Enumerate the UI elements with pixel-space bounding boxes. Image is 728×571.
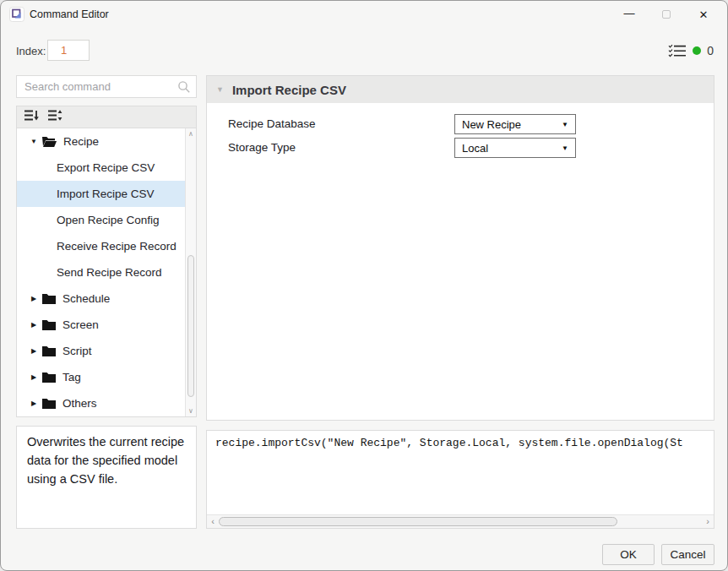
tree-item-label: Open Recipe Config <box>17 214 160 226</box>
tree-item-label: Script <box>62 345 92 357</box>
folder-icon <box>42 319 56 330</box>
chevron-expanded-icon[interactable]: ▼ <box>28 138 40 145</box>
form-row-recipe-database: Recipe DatabaseNew Recipe▼ <box>207 114 714 134</box>
tree-scrollbar-thumb[interactable] <box>187 255 194 397</box>
status-cluster: 0 <box>668 42 714 59</box>
detail-form: Recipe DatabaseNew Recipe▼Storage TypeLo… <box>207 103 714 420</box>
status-count: 0 <box>707 44 714 57</box>
tree-item-label: Send Recipe Record <box>17 266 162 279</box>
folder-open-icon <box>42 136 57 147</box>
collapse-all-icon[interactable] <box>24 109 40 125</box>
chevron-collapsed-icon[interactable]: ▶ <box>28 321 40 329</box>
chevron-collapsed-icon[interactable]: ▶ <box>28 347 40 355</box>
storage-type-value: Local <box>462 142 562 155</box>
recipe-database-value: New Recipe <box>462 118 562 131</box>
tree-item-recipe[interactable]: ▼Recipe <box>17 128 185 155</box>
chevron-collapsed-icon[interactable]: ▶ <box>28 400 40 407</box>
generated-code: recipe.importCsv("New Recipe", Storage.L… <box>215 437 714 449</box>
index-input[interactable] <box>47 40 90 61</box>
tree-item-label: Others <box>62 397 97 410</box>
command-detail-panel: ▼ Import Recipe CSV Recipe DatabaseNew R… <box>206 75 714 421</box>
command-tree-panel: ▼RecipeExport Recipe CSVImport Recipe CS… <box>16 106 197 417</box>
tree-item-label: Receive Recipe Record <box>17 240 177 253</box>
tree-item-import-recipe-csv[interactable]: Import Recipe CSV <box>17 181 185 207</box>
scroll-right-icon[interactable]: › <box>702 515 714 528</box>
window-controls: — ✕ <box>611 1 722 28</box>
tree-item-label: Screen <box>62 318 99 331</box>
folder-icon <box>42 293 56 304</box>
tree-item-others[interactable]: ▶Others <box>17 390 185 416</box>
code-horizontal-scrollbar[interactable]: ‹ › <box>207 514 714 528</box>
tree-item-tag[interactable]: ▶Tag <box>17 364 185 390</box>
folder-icon <box>42 398 56 409</box>
search-box <box>16 75 197 98</box>
close-icon: ✕ <box>699 8 709 21</box>
chevron-down-icon: ▼ <box>562 144 568 152</box>
recipe-database-label: Recipe Database <box>228 117 316 130</box>
command-editor-window: Command Editor — ✕ Index: 0 <box>0 0 728 571</box>
folder-icon <box>42 372 56 383</box>
tree-item-screen[interactable]: ▶Screen <box>17 312 185 338</box>
search-icon <box>177 80 191 97</box>
tree-item-schedule[interactable]: ▶Schedule <box>17 286 185 312</box>
form-row-storage-type: Storage TypeLocal▼ <box>207 138 714 158</box>
recipe-database-select[interactable]: New Recipe▼ <box>454 114 576 134</box>
expand-all-icon[interactable] <box>47 109 63 125</box>
detail-header[interactable]: ▼ Import Recipe CSV <box>207 76 714 103</box>
tree-item-label: Import Recipe CSV <box>17 188 155 200</box>
cancel-button[interactable]: Cancel <box>661 544 714 565</box>
minimize-icon: — <box>624 7 635 19</box>
scroll-up-icon[interactable]: ∧ <box>186 130 196 138</box>
scroll-left-icon[interactable]: ‹ <box>207 515 219 528</box>
window-title: Command Editor <box>30 1 109 28</box>
search-input[interactable] <box>17 76 196 97</box>
chevron-down-icon: ▼ <box>562 121 568 128</box>
scroll-down-icon[interactable]: ∨ <box>186 407 196 415</box>
index-label: Index: <box>16 45 46 57</box>
tree-item-receive-recipe-record[interactable]: Receive Recipe Record <box>17 233 185 259</box>
section-caret-icon[interactable]: ▼ <box>216 85 224 94</box>
close-button[interactable]: ✕ <box>685 1 722 28</box>
maximize-button[interactable] <box>648 1 685 28</box>
tree-item-label: Tag <box>62 371 81 383</box>
tree-vertical-scrollbar[interactable]: ∧ ∨ <box>185 128 196 416</box>
storage-type-label: Storage Type <box>228 141 296 154</box>
code-preview-panel: recipe.importCsv("New Recipe", Storage.L… <box>206 430 714 529</box>
tree-item-export-recipe-csv[interactable]: Export Recipe CSV <box>17 155 185 181</box>
tree-item-label: Export Recipe CSV <box>17 161 155 174</box>
status-indicator-icon <box>693 46 701 55</box>
tree-item-send-recipe-record[interactable]: Send Recipe Record <box>17 259 185 286</box>
tree-item-label: Recipe <box>63 135 99 148</box>
minimize-button[interactable]: — <box>611 1 648 28</box>
chevron-collapsed-icon[interactable]: ▶ <box>28 295 40 302</box>
title-bar: Command Editor — ✕ <box>1 1 727 28</box>
ok-button[interactable]: OK <box>602 544 655 565</box>
command-list-icon[interactable] <box>668 44 687 58</box>
maximize-icon <box>662 10 671 19</box>
storage-type-select[interactable]: Local▼ <box>454 138 576 158</box>
tree-item-label: Schedule <box>62 292 110 305</box>
command-tree: ▼RecipeExport Recipe CSVImport Recipe CS… <box>17 128 185 416</box>
chevron-collapsed-icon[interactable]: ▶ <box>28 373 40 381</box>
detail-title: Import Recipe CSV <box>232 83 346 97</box>
app-logo-icon <box>9 7 24 22</box>
folder-icon <box>42 345 56 356</box>
code-scrollbar-thumb[interactable] <box>219 517 617 526</box>
tree-item-script[interactable]: ▶Script <box>17 338 185 364</box>
tree-item-open-recipe-config[interactable]: Open Recipe Config <box>17 207 185 233</box>
tree-toolbar <box>17 106 196 128</box>
command-description: Overwrites the current recipe data for t… <box>16 426 197 529</box>
